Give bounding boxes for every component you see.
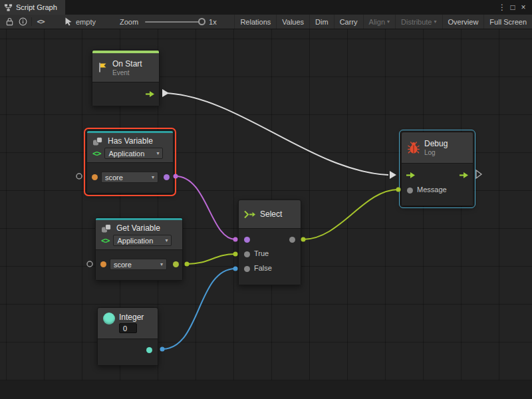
scope-dropdown[interactable]: Application ▾ — [104, 148, 163, 159]
scope-dropdown[interactable]: Application ▾ — [113, 235, 172, 246]
info-icon — [18, 17, 28, 27]
lock-button[interactable] — [3, 16, 16, 28]
bug-icon — [407, 141, 420, 154]
wire-onstart-to-debuglog[interactable] — [166, 93, 388, 175]
carry-button[interactable]: Carry — [334, 15, 363, 29]
false-port-label: False — [254, 264, 272, 272]
chevron-down-icon: ▾ — [156, 150, 159, 156]
zoom-slider-handle[interactable] — [198, 18, 205, 25]
graph-canvas[interactable]: On Start Event Has Variable <> — [0, 29, 532, 399]
message-port-label: Message — [417, 186, 447, 194]
node-title: On Start — [112, 59, 142, 68]
close-icon[interactable]: × — [518, 0, 529, 15]
wire-endpoint — [185, 262, 190, 267]
node-subtitle: Log — [424, 149, 448, 156]
chevron-down-icon: ▾ — [152, 174, 154, 180]
unconnected-input-port[interactable] — [87, 261, 92, 267]
integer-value-input[interactable]: 0 — [119, 323, 137, 333]
wire-end-arrow — [390, 171, 396, 179]
zoom-value: 1x — [209, 18, 217, 26]
wire-endpoint — [233, 267, 238, 271]
zoom-label: Zoom — [120, 18, 138, 26]
node-title: Debug — [424, 139, 448, 148]
wire-endpoint — [233, 252, 238, 257]
flow-output-port[interactable] — [145, 90, 155, 98]
node-title: Select — [260, 209, 282, 219]
integer-output-port[interactable] — [146, 347, 152, 353]
toolbar-buttons: Relations Values Dim Carry Align ▾ Distr… — [234, 15, 532, 29]
code-icon: <> — [37, 17, 44, 26]
bool-output-port[interactable] — [164, 174, 170, 180]
flag-icon — [98, 62, 108, 73]
node-select[interactable]: Select True False — [238, 200, 301, 285]
maximize-icon[interactable]: □ — [507, 0, 518, 15]
value-output-port[interactable] — [173, 261, 179, 267]
selection-empty-label: empty — [76, 18, 96, 26]
wire-hasvariable-to-select[interactable] — [176, 176, 235, 239]
selection-status: empty — [65, 17, 96, 26]
variables-icon — [92, 137, 104, 146]
value-input-port[interactable] — [100, 261, 106, 267]
cursor-icon — [65, 17, 72, 26]
condition-input-port[interactable] — [244, 237, 250, 243]
node-debug-log[interactable]: Debug Log Message — [401, 132, 473, 206]
toolbar-separator — [31, 17, 32, 26]
variable-name-dropdown[interactable]: score ▾ — [101, 172, 158, 183]
full-screen-button[interactable]: Full Screen — [483, 15, 532, 29]
flow-input-port[interactable] — [406, 172, 416, 179]
selection-output-port[interactable] — [289, 237, 295, 243]
node-title: Integer — [119, 313, 144, 322]
chevron-down-icon: ▾ — [434, 19, 437, 25]
tab-script-graph[interactable]: Script Graph — [0, 0, 65, 15]
info-button[interactable] — [16, 16, 29, 28]
code-icon: <> — [101, 236, 109, 245]
window-controls: ⋮ □ × — [497, 0, 532, 15]
graph-toolbar: <> empty Zoom 1x Relations Values Dim Ca… — [0, 15, 532, 29]
value-input-port[interactable] — [92, 174, 98, 180]
node-has-variable[interactable]: Has Variable <> Application ▾ score ▾ — [86, 130, 174, 194]
variable-name-dropdown[interactable]: score ▾ — [110, 259, 167, 270]
window-tab-bar: Script Graph ⋮ □ × — [0, 0, 532, 15]
wire-integer-to-select[interactable] — [162, 269, 235, 349]
integer-icon — [103, 313, 115, 325]
wire-endpoint — [160, 347, 165, 352]
wire-select-to-debuglog[interactable] — [303, 190, 398, 239]
canvas-bottom-gutter — [0, 380, 532, 399]
chevron-down-icon: ▾ — [160, 261, 163, 267]
true-input-port[interactable] — [244, 251, 250, 257]
node-subtitle: Event — [112, 69, 142, 76]
message-input-port[interactable] — [407, 188, 413, 194]
wire-endpoint — [233, 237, 238, 242]
code-icon: <> — [92, 149, 100, 158]
node-title: Get Variable — [116, 223, 160, 233]
unconnected-flow-port[interactable] — [476, 170, 481, 178]
wire-endpoint — [396, 188, 401, 192]
values-button[interactable]: Values — [276, 15, 309, 29]
node-title: Has Variable — [108, 136, 153, 146]
distribute-button[interactable]: Distribute ▾ — [395, 15, 442, 29]
zoom-slider[interactable] — [145, 21, 203, 23]
code-view-button[interactable]: <> — [34, 16, 47, 28]
dim-button[interactable]: Dim — [309, 15, 334, 29]
wire-getvariable-to-select[interactable] — [187, 254, 235, 264]
wire-endpoint — [174, 174, 178, 179]
align-button[interactable]: Align ▾ — [363, 15, 395, 29]
lock-icon — [5, 17, 15, 27]
node-integer[interactable]: Integer 0 — [97, 307, 158, 366]
flow-output-port[interactable] — [459, 172, 469, 179]
chevron-down-icon: ▾ — [165, 237, 168, 243]
node-get-variable[interactable]: Get Variable <> Application ▾ score ▾ — [95, 217, 183, 281]
wire-start-arrow — [162, 89, 169, 97]
menu-dots-icon[interactable]: ⋮ — [497, 0, 507, 15]
wire-endpoint — [301, 237, 306, 242]
relations-button[interactable]: Relations — [234, 15, 276, 29]
false-input-port[interactable] — [244, 266, 250, 272]
select-icon — [244, 210, 256, 219]
unconnected-input-port[interactable] — [76, 174, 82, 179]
overview-button[interactable]: Overview — [442, 15, 484, 29]
variables-icon — [101, 224, 112, 233]
node-on-start[interactable]: On Start Event — [92, 50, 160, 106]
graph-icon — [4, 3, 13, 12]
tab-title: Script Graph — [16, 3, 57, 11]
true-port-label: True — [254, 249, 269, 257]
